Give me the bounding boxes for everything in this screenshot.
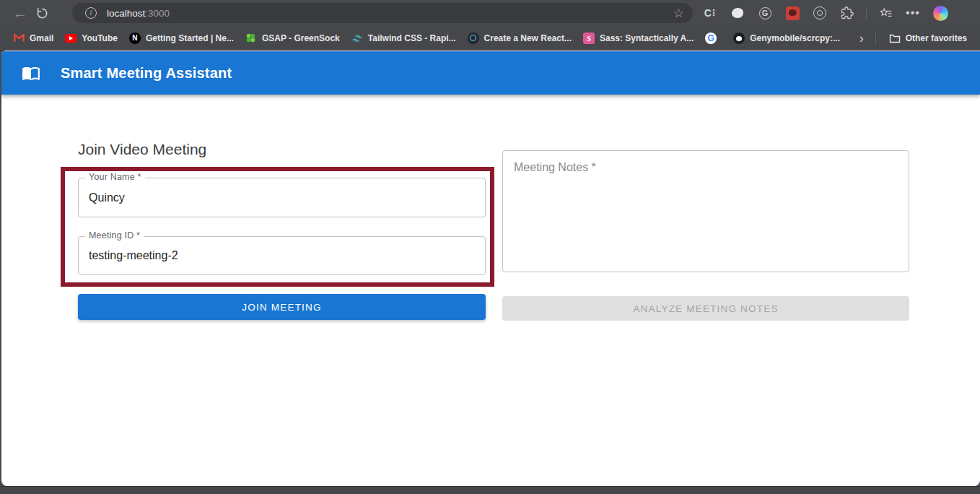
bookmarks-bar: Gmail YouTube N Getting Started | Ne... … [0,26,980,51]
analyze-meeting-notes-button[interactable]: ANALYZE MEETING NOTES [502,296,909,321]
favorites-hub-icon[interactable] [877,4,894,22]
your-name-field[interactable]: Your Name * Quincy [78,178,486,217]
react-icon [468,32,479,44]
bookmark-youtube[interactable]: YouTube [59,30,123,46]
extensions-row: C⁝ G ••• [701,0,949,26]
app-title: Smart Meeting Assistant [61,65,232,82]
gmail-icon [13,32,25,44]
bookmark-react[interactable]: Create a New React... [462,30,577,46]
bookmark-gsap[interactable]: GSAP - GreenSock [240,30,346,46]
address-bar[interactable]: i localhost:3000 ☆ [72,3,693,23]
menu-book-icon [22,64,40,82]
meeting-notes-placeholder: Meeting Notes * [514,161,596,174]
page-content: Smart Meeting Assistant Join Video Meeti… [1,51,980,486]
app-header: Smart Meeting Assistant [1,51,980,95]
colorzilla-extension-icon[interactable]: C⁝ [701,4,719,22]
extensions-puzzle-icon[interactable] [839,4,856,22]
bookmark-google[interactable]: G [699,30,727,46]
site-info-icon[interactable]: i [85,7,97,19]
settings-more-icon[interactable]: ••• [904,4,922,22]
google-icon: G [705,32,717,44]
grammarly-extension-icon[interactable]: G [756,4,774,22]
bookmarks-divider [875,32,876,45]
bookmarks-overflow-chevron-icon[interactable]: › [855,32,868,45]
meeting-id-value: testing-meeting-2 [89,249,178,262]
gsap-icon [245,32,257,44]
page-title: Join Video Meeting [78,141,206,158]
red-extension-icon[interactable] [784,4,801,22]
bookmark-tailwind[interactable]: Tailwind CSS - Rapi... [346,30,462,46]
join-meeting-button[interactable]: JOIN MEETING [78,294,486,320]
folder-icon [889,32,901,44]
back-icon[interactable]: ← [9,2,31,24]
nextjs-icon: N [129,32,141,44]
copilot-icon[interactable] [932,4,949,22]
toolbar-divider [866,6,867,20]
sass-icon: S [583,32,595,44]
other-favorites[interactable]: Other favorites [883,30,973,46]
url-host: localhost [107,8,145,19]
target-extension-icon[interactable] [811,4,828,22]
bookmark-sass[interactable]: S Sass: Syntactically A... [577,30,699,46]
meeting-id-label: Meeting ID * [85,230,144,240]
favorite-star-icon[interactable]: ☆ [673,6,684,21]
bookmark-gmail[interactable]: Gmail [7,30,59,46]
window-frame-bottom [0,486,980,494]
meeting-notes-textarea[interactable]: Meeting Notes * [502,150,909,272]
your-name-value: Quincy [89,191,125,204]
youtube-icon [65,32,76,44]
url-text: localhost:3000 [107,8,170,19]
refresh-icon[interactable] [31,2,53,24]
bookmark-nextjs[interactable]: N Getting Started | Ne... [123,30,240,46]
github-icon [733,32,745,44]
your-name-label: Your Name * [85,172,145,182]
url-port: :3000 [145,8,170,19]
bookmark-github-scrcpy[interactable]: Genymobile/scrcpy:... [727,30,846,46]
tailwind-icon [351,32,363,44]
pigeon-extension-icon[interactable] [729,4,746,22]
meeting-id-field[interactable]: Meeting ID * testing-meeting-2 [78,236,486,275]
browser-toolbar: ← i localhost:3000 ☆ C⁝ G ••• [0,0,980,26]
